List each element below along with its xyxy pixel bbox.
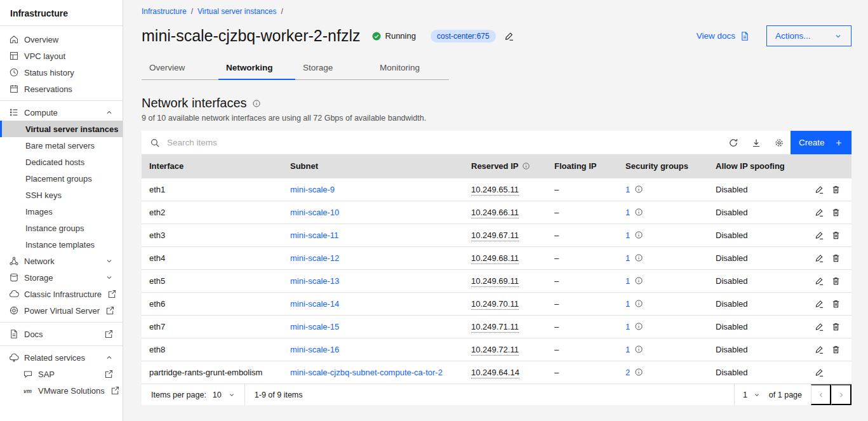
security-groups-link[interactable]: 2 — [625, 368, 630, 377]
sidebar-item-overview[interactable]: Overview — [0, 31, 123, 48]
delete-row-button[interactable] — [831, 299, 841, 309]
sidebar-item-virtual-server-instances[interactable]: Virtual server instances — [0, 121, 123, 137]
edit-row-button[interactable] — [815, 276, 824, 286]
delete-row-button[interactable] — [831, 231, 841, 240]
sidebar-item-reservations[interactable]: Reservations — [0, 81, 123, 97]
sidebar-item-compute[interactable]: Compute — [0, 104, 123, 121]
info-icon[interactable] — [634, 231, 643, 239]
column-header-subnet[interactable]: Subnet — [283, 154, 464, 178]
security-groups-link[interactable]: 1 — [625, 208, 630, 217]
breadcrumb-link-virtual-server-instances[interactable]: Virtual server instances — [197, 7, 277, 16]
info-icon[interactable] — [634, 208, 643, 217]
sidebar-item-related-services[interactable]: Related services — [0, 349, 123, 366]
sidebar-item-status-history[interactable]: Status history — [0, 64, 123, 81]
section-heading: Network interfaces — [142, 96, 851, 110]
security-groups-link[interactable]: 1 — [625, 276, 630, 286]
column-header-interface[interactable]: Interface — [142, 154, 283, 178]
info-icon[interactable] — [634, 253, 643, 262]
refresh-button[interactable] — [722, 131, 745, 154]
column-header-reserved-ip[interactable]: Reserved IP — [464, 154, 547, 178]
search-input[interactable] — [167, 138, 722, 147]
edit-row-button[interactable] — [815, 322, 824, 331]
cell-interface: eth7 — [142, 315, 283, 338]
tab-monitoring[interactable]: Monitoring — [372, 60, 449, 80]
subnet-link[interactable]: mini-scale-11 — [290, 231, 338, 240]
page-number-select[interactable]: 1 — [735, 384, 769, 405]
info-icon[interactable] — [634, 299, 643, 308]
subnet-link[interactable]: mini-scale-15 — [290, 322, 339, 331]
edit-row-button[interactable] — [815, 345, 824, 354]
subnet-link[interactable]: mini-scale-9 — [290, 185, 335, 194]
delete-row-button[interactable] — [831, 185, 841, 194]
sidebar-item-images[interactable]: Images — [0, 203, 123, 220]
sidebar-item-sap[interactable]: SAP — [0, 366, 123, 382]
delete-row-button[interactable] — [831, 322, 841, 331]
next-page-button[interactable] — [831, 384, 851, 405]
sidebar-item-power-virtual-server[interactable]: Power Virtual Server — [0, 302, 123, 319]
create-button[interactable]: Create — [791, 131, 851, 154]
security-groups-link[interactable]: 1 — [625, 253, 630, 263]
actions-dropdown[interactable]: Actions... — [766, 25, 851, 46]
info-icon[interactable] — [634, 368, 643, 377]
sidebar-item-label: VPC layout — [24, 51, 65, 61]
sidebar-item-ssh-keys[interactable]: SSH keys — [0, 187, 123, 203]
cell-allow-ip-spoofing: Disabled — [708, 201, 807, 224]
sidebar-item-vmware-solutions[interactable]: vmVMware Solutions — [0, 382, 123, 399]
column-header-allow-ip-spoofing[interactable]: Allow IP spoofing — [708, 154, 807, 178]
column-header-security-groups[interactable]: Security groups — [618, 154, 708, 178]
edit-row-button[interactable] — [815, 253, 824, 263]
edit-row-button[interactable] — [815, 185, 824, 194]
security-groups-link[interactable]: 1 — [625, 345, 630, 354]
sidebar-item-network[interactable]: Network — [0, 253, 123, 269]
tab-networking[interactable]: Networking — [218, 60, 295, 80]
info-icon[interactable] — [634, 276, 643, 285]
edit-row-button[interactable] — [815, 368, 824, 377]
info-icon[interactable] — [252, 99, 261, 108]
cost-center-tag[interactable]: cost-center:675 — [431, 30, 496, 43]
column-header-floating-ip[interactable]: Floating IP — [547, 154, 618, 178]
previous-page-button[interactable] — [811, 384, 831, 405]
sidebar-item-docs[interactable]: Docs — [0, 326, 123, 342]
info-icon[interactable] — [634, 322, 643, 331]
sidebar-item-bare-metal-servers[interactable]: Bare metal servers — [0, 137, 123, 154]
sidebar-item-vpc-layout[interactable]: VPC layout — [0, 48, 123, 64]
subnet-link[interactable]: mini-scale-12 — [290, 253, 339, 263]
sidebar-item-instance-templates[interactable]: Instance templates — [0, 236, 123, 253]
subnet-link[interactable]: mini-scale-cjzbq-subnet-compute-ca-tor-2 — [290, 368, 443, 377]
edit-row-button[interactable] — [815, 231, 824, 240]
cell-subnet: mini-scale-12 — [283, 246, 464, 269]
items-per-page-select[interactable]: Items per page: 10 — [142, 384, 244, 405]
edit-row-button[interactable] — [815, 299, 824, 309]
info-icon[interactable] — [634, 185, 643, 194]
sidebar-item-instance-groups[interactable]: Instance groups — [0, 220, 123, 236]
subnet-link[interactable]: mini-scale-16 — [290, 345, 339, 354]
settings-gear-button[interactable] — [768, 131, 791, 154]
edit-tags-icon[interactable] — [504, 31, 514, 41]
subnet-link[interactable]: mini-scale-13 — [290, 276, 339, 286]
sidebar-item-label: Storage — [24, 273, 53, 283]
security-groups-link[interactable]: 1 — [625, 185, 630, 194]
security-groups-link[interactable]: 1 — [625, 231, 630, 240]
delete-row-button[interactable] — [831, 253, 841, 263]
tab-storage[interactable]: Storage — [295, 60, 372, 80]
sidebar-item-classic-infrastructure[interactable]: Classic Infrastructure — [0, 286, 123, 302]
info-icon[interactable] — [634, 345, 643, 354]
sidebar-item-storage[interactable]: Storage — [0, 269, 123, 286]
page-title: mini-scale-cjzbq-worker-2-nfzlz — [142, 27, 361, 45]
sidebar-item-placement-groups[interactable]: Placement groups — [0, 170, 123, 187]
security-groups-link[interactable]: 1 — [625, 299, 630, 309]
delete-row-button[interactable] — [831, 345, 841, 354]
subnet-link[interactable]: mini-scale-10 — [290, 208, 339, 217]
sidebar-item-dedicated-hosts[interactable]: Dedicated hosts — [0, 154, 123, 170]
download-button[interactable] — [745, 131, 768, 154]
delete-row-button[interactable] — [831, 208, 841, 217]
view-docs-link[interactable]: View docs — [697, 31, 750, 41]
subnet-link[interactable]: mini-scale-14 — [290, 299, 339, 309]
breadcrumb-link-infrastructure[interactable]: Infrastructure — [142, 7, 187, 16]
cell-security-groups: 1 — [618, 178, 708, 201]
delete-row-button[interactable] — [831, 276, 841, 286]
tab-overview[interactable]: Overview — [142, 60, 218, 80]
security-groups-link[interactable]: 1 — [625, 322, 630, 331]
info-icon[interactable] — [522, 162, 530, 170]
edit-row-button[interactable] — [815, 208, 824, 217]
